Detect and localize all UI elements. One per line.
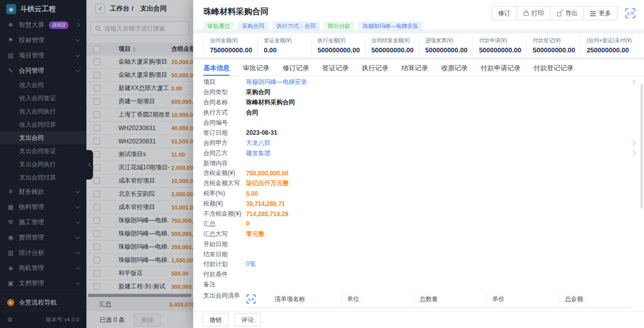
field-row: 付款条件: [203, 270, 636, 280]
action-button[interactable]: 更多: [584, 6, 618, 20]
stat-card: (合同+签证)未付(¥) 250000000.00: [580, 37, 634, 57]
footer-action-button[interactable]: 评论: [234, 313, 261, 326]
app-window: ◉ 斗栱云工程 ❖ 智慧大屏 旗舰版 ⚑ 投标管理: [0, 0, 644, 328]
field-value: 柒亿伍仟万元整: [246, 179, 289, 188]
field-label: 合同类型: [203, 88, 246, 97]
svg-text:全屏: 全屏: [248, 297, 255, 301]
stat-label: 付款申请(¥): [479, 37, 526, 44]
field-row: 不含税金额(¥) 714,285,714.29: [203, 209, 636, 219]
tab[interactable]: 签证记录: [322, 60, 349, 76]
field-value: 5.00: [246, 190, 258, 197]
field-row: 汇总 0: [203, 219, 636, 229]
fullscreen-icon[interactable]: 全屏: [246, 294, 256, 304]
tab[interactable]: 执行记录: [362, 60, 388, 76]
expense-table-header: 全屏 清单项名称 单位 总数量 单价: [246, 291, 632, 308]
contract-detail-drawer: 珠峰材料采购合同 审批通过 采购合同 执行方式：合同 部分付款 珠穆朗玛峰—电梯…: [193, 0, 644, 328]
status-tag: 执行方式：合同: [272, 21, 320, 31]
field-row: 合同名称 珠峰材料采购合同: [203, 98, 636, 108]
action-label: 更多: [599, 9, 611, 18]
action-button[interactable]: 修订: [492, 6, 517, 20]
stat-value: 0.00: [264, 46, 311, 54]
field-label: 新增内容: [203, 159, 246, 168]
stat-card: 进项发票(¥) 500000000.00: [419, 37, 473, 57]
stat-card: 合同结算金额(¥) 500000000.00: [365, 37, 419, 57]
action-button[interactable]: 打印: [516, 6, 550, 20]
stat-label: 签证金额(¥): [264, 37, 311, 44]
field-label: 开始日期: [203, 240, 246, 249]
field-value[interactable]: 建发集团: [246, 149, 270, 158]
stat-value: 500000000.00: [318, 46, 365, 54]
status-tag: 珠穆朗玛峰—电梯安装: [358, 21, 422, 31]
field-list: 项目 珠穆朗玛峰—电梯安装 合同类型 采购合同 合同名称 珠峰材料采购合同: [203, 77, 636, 290]
column-header: 单位: [342, 291, 415, 308]
tab[interactable]: 结算记录: [402, 60, 428, 76]
tab[interactable]: 付款登记记录: [534, 60, 573, 76]
stat-label: 合同金额(¥): [210, 37, 257, 44]
tab[interactable]: 收票记录: [441, 60, 468, 76]
stat-value: 750000000.00: [210, 46, 257, 54]
field-row: 税额(¥) 35,714,285.71: [203, 199, 636, 209]
field-row: 含税金额大写 柒亿伍仟万元整: [203, 178, 636, 189]
field-label: 税率(%): [203, 189, 246, 198]
field-value: 714,285,714.29: [246, 211, 288, 218]
column-header: 总金额: [560, 291, 632, 308]
field-label: 签订日期: [203, 129, 246, 137]
field-row: 新增内容: [203, 158, 636, 168]
field-row: 执行方式 合同: [203, 108, 636, 118]
stat-label: 合同结算金额(¥): [372, 37, 419, 44]
tab[interactable]: 审批记录: [243, 60, 269, 76]
chevron-right-icon[interactable]: [631, 140, 636, 145]
status-tag: 采购合同: [238, 21, 268, 31]
column-header: 总数量: [415, 291, 487, 308]
detail-footer: 撤销 评论: [193, 311, 644, 328]
field-label: 结束日期: [203, 250, 246, 259]
stat-value: 250000000.00: [587, 46, 634, 54]
field-row: 含税金额(¥) 750,000,000.00: [203, 168, 636, 178]
action-label: 导出: [565, 9, 577, 18]
stat-card: 付款登记(¥) 500000000.00: [526, 37, 580, 57]
field-value[interactable]: 0笔: [246, 260, 256, 269]
field-value: 零元整: [246, 230, 264, 238]
stat-label: 进项发票(¥): [425, 37, 473, 44]
stat-card: 签证金额(¥) 0.00: [257, 37, 311, 57]
footer-action-button[interactable]: 撤销: [202, 313, 229, 326]
vertical-scrollbar[interactable]: [640, 84, 643, 208]
table-fullscreen-cell: 全屏: [246, 291, 269, 308]
field-value[interactable]: 珠穆朗玛峰—电梯安装: [246, 78, 307, 86]
field-row: 合同甲方 天龙八部: [203, 138, 636, 148]
tag-row: 审批通过 采购合同 执行方式：合同 部分付款 珠穆朗玛峰—电梯安装: [203, 21, 634, 31]
field-row: 付款计划 0笔: [203, 259, 636, 270]
field-value: 35,714,285.71: [246, 200, 285, 207]
stat-value: 500000000.00: [372, 46, 419, 54]
chevron-right-icon[interactable]: [631, 151, 636, 156]
basic-info-form: 项目 珠穆朗玛峰—电梯安装 合同类型 采购合同 合同名称 珠峰材料采购合同: [193, 76, 644, 311]
field-label: 不含税金额(¥): [203, 210, 246, 218]
field-label: 备注: [203, 280, 246, 289]
field-row: 开始日期: [203, 239, 636, 249]
fullscreen-icon[interactable]: 全屏: [625, 8, 636, 19]
action-label: 打印: [532, 9, 544, 18]
field-value[interactable]: 天龙八部: [246, 139, 270, 147]
chevron-right-icon[interactable]: [631, 80, 636, 85]
action-icon: [557, 10, 563, 16]
field-label: 汇总: [203, 220, 246, 228]
field-label: 合同乙方: [203, 149, 246, 158]
field-row: 合同编号: [203, 118, 636, 128]
expense-list-section: 支出合同清单 全屏 清单项名称: [203, 291, 636, 308]
stat-label: 付款登记(¥): [533, 37, 580, 44]
modal-dim-overlay[interactable]: [0, 0, 193, 328]
field-row: 合同类型 采购合同: [203, 87, 636, 98]
field-row: 项目 珠穆朗玛峰—电梯安装: [203, 77, 636, 87]
expense-items-table: 全屏 清单项名称 单位 总数量 单价: [246, 291, 632, 308]
field-label: 支出合同清单: [203, 291, 246, 308]
field-label: 付款计划: [203, 260, 246, 269]
field-row: 签订日期 2023-08-31: [203, 128, 636, 138]
action-button[interactable]: 导出: [550, 6, 584, 20]
field-row: 结束日期: [203, 249, 636, 259]
expense-table-columns: 清单项名称 单位 总数量 单价 总金额: [269, 291, 632, 308]
field-label: 合同名称: [203, 98, 246, 107]
tab[interactable]: 付款申请记录: [481, 60, 520, 76]
field-value: 750,000,000.00: [246, 170, 288, 177]
tab[interactable]: 修订记录: [283, 60, 309, 76]
tab[interactable]: 基本信息: [203, 60, 230, 76]
